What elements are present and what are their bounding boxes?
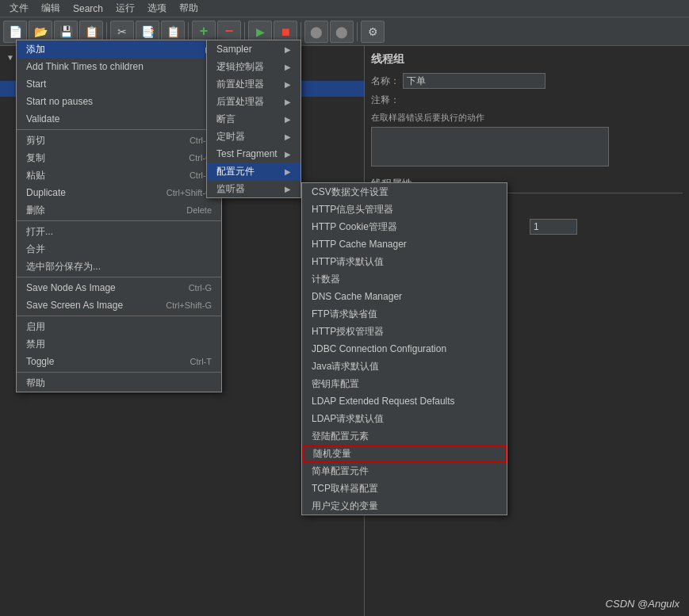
- submenu-add-logic-label: 逻辑控制器: [216, 60, 264, 74]
- submenu-add-post[interactable]: 后置处理器 ▶: [207, 93, 300, 110]
- menu-item-paste[interactable]: 粘贴 Ctrl-V: [17, 166, 221, 184]
- submenu-add-assert-label: 断言: [216, 113, 235, 126]
- config-login[interactable]: 登陆配置元素: [302, 427, 507, 445]
- submenu-add-testfragment-arrow: ▶: [285, 150, 291, 159]
- menu-item-saveas-label: 选中部分保存为...: [26, 260, 101, 274]
- menu-item-startnopause-label: Start no pauses: [26, 96, 93, 107]
- menu-item-savenodeasimage-label: Save Node As Image: [26, 282, 116, 293]
- config-ldap-defaults-label: LDAP请求默认值: [312, 412, 384, 426]
- submenu-add-logic[interactable]: 逻辑控制器 ▶: [207, 58, 300, 75]
- config-dns-cache-label: DNS Cache Manager: [312, 291, 402, 302]
- submenu-add-pre[interactable]: 前置处理器 ▶: [207, 75, 300, 93]
- submenu-add: Sampler ▶ 逻辑控制器 ▶ 前置处理器 ▶ 后置处理器 ▶ 断言 ▶ 定…: [206, 40, 301, 198]
- config-http-cache[interactable]: HTTP Cache Manager: [302, 235, 507, 253]
- config-keystore-label: 密钥库配置: [312, 377, 359, 391]
- menu-item-duplicate[interactable]: Duplicate Ctrl+Shift-C: [17, 184, 221, 201]
- config-http-auth-label: HTTP授权管理器: [312, 325, 384, 339]
- menu-item-validate-label: Validate: [26, 113, 59, 124]
- config-ftp-defaults[interactable]: FTP请求缺省值: [302, 305, 507, 323]
- context-menu-main: 添加 ▶ Add Think Times to children Start S…: [16, 40, 222, 392]
- config-csv-label: CSV数据文件设置: [312, 186, 389, 199]
- menu-item-addthink[interactable]: Add Think Times to children: [17, 58, 221, 75]
- menu-item-toggle-shortcut: Ctrl-T: [190, 357, 212, 366]
- context-menu-overlay: 添加 ▶ Add Think Times to children Start S…: [0, 0, 689, 616]
- submenu-add-listener-arrow: ▶: [285, 185, 291, 193]
- menu-item-duplicate-label: Duplicate: [26, 187, 66, 198]
- menu-item-merge-label: 合并: [26, 243, 45, 256]
- config-random-var-label: 随机变量: [313, 447, 351, 461]
- submenu-add-post-label: 后置处理器: [216, 95, 264, 109]
- config-jdbc[interactable]: JDBC Connection Configuration: [302, 340, 507, 358]
- config-ldap-defaults[interactable]: LDAP请求默认值: [302, 410, 507, 427]
- menu-item-add[interactable]: 添加 ▶: [17, 40, 221, 58]
- config-java-defaults[interactable]: Java请求默认值: [302, 358, 507, 375]
- submenu-add-pre-arrow: ▶: [285, 80, 291, 89]
- menu-item-start[interactable]: Start: [17, 75, 221, 93]
- menu-sep3: [17, 277, 221, 277]
- menu-item-delete[interactable]: 删除 Delete: [17, 201, 221, 219]
- submenu-config: CSV数据文件设置 HTTP信息头管理器 HTTP Cookie管理器 HTTP…: [301, 182, 507, 515]
- menu-item-enable-label: 启用: [26, 320, 45, 334]
- menu-item-disable[interactable]: 禁用: [17, 335, 221, 353]
- menu-item-savenodeasimage[interactable]: Save Node As Image Ctrl-G: [17, 279, 221, 297]
- config-csv[interactable]: CSV数据文件设置: [302, 183, 507, 201]
- submenu-add-config-label: 配置元件: [216, 165, 255, 178]
- config-ldap-extended-label: LDAP Extended Request Defaults: [312, 396, 455, 407]
- config-dns-cache[interactable]: DNS Cache Manager: [302, 288, 507, 305]
- menu-item-cut[interactable]: 剪切 Ctrl-X: [17, 132, 221, 149]
- menu-item-start-label: Start: [26, 78, 46, 90]
- config-ldap-extended[interactable]: LDAP Extended Request Defaults: [302, 392, 507, 410]
- config-random-var[interactable]: 随机变量: [302, 445, 507, 462]
- menu-item-saveas[interactable]: 选中部分保存为...: [17, 258, 221, 275]
- config-http-header[interactable]: HTTP信息头管理器: [302, 201, 507, 218]
- menu-item-add-label: 添加: [26, 43, 45, 56]
- config-http-auth[interactable]: HTTP授权管理器: [302, 323, 507, 340]
- config-user-vars[interactable]: 用户定义的变量: [302, 497, 507, 515]
- menu-sep2: [17, 220, 221, 221]
- menu-item-validate[interactable]: Validate: [17, 110, 221, 128]
- submenu-add-testfragment-label: Test Fragment: [216, 148, 278, 159]
- menu-item-savescreenasimage[interactable]: Save Screen As Image Ctrl+Shift-G: [17, 297, 221, 314]
- config-java-defaults-label: Java请求默认值: [312, 360, 379, 373]
- menu-item-help[interactable]: 帮助: [17, 374, 221, 392]
- menu-item-merge[interactable]: 合并: [17, 240, 221, 258]
- menu-item-toggle-label: Toggle: [26, 356, 54, 367]
- menu-item-toggle[interactable]: Toggle Ctrl-T: [17, 353, 221, 370]
- config-http-header-label: HTTP信息头管理器: [312, 203, 393, 216]
- submenu-add-testfragment[interactable]: Test Fragment ▶: [207, 145, 300, 163]
- config-http-defaults[interactable]: HTTP请求默认值: [302, 253, 507, 270]
- submenu-add-sampler-label: Sampler: [216, 44, 252, 55]
- menu-sep4: [17, 316, 221, 316]
- submenu-add-timer-arrow: ▶: [285, 132, 291, 141]
- menu-item-enable[interactable]: 启用: [17, 318, 221, 335]
- menu-item-startnopause[interactable]: Start no pauses: [17, 93, 221, 110]
- menu-item-cut-label: 剪切: [26, 134, 45, 147]
- menu-item-copy[interactable]: 复制 Ctrl-C: [17, 149, 221, 166]
- config-http-cookie-label: HTTP Cookie管理器: [312, 220, 397, 234]
- config-simple[interactable]: 简单配置元件: [302, 462, 507, 480]
- config-http-cookie[interactable]: HTTP Cookie管理器: [302, 218, 507, 235]
- submenu-add-assert[interactable]: 断言 ▶: [207, 110, 300, 128]
- menu-item-addthink-label: Add Think Times to children: [26, 61, 144, 72]
- submenu-add-post-arrow: ▶: [285, 98, 291, 106]
- menu-item-disable-label: 禁用: [26, 338, 45, 351]
- submenu-add-config[interactable]: 配置元件 ▶: [207, 163, 300, 180]
- menu-item-delete-label: 删除: [26, 204, 45, 217]
- submenu-add-timer-label: 定时器: [216, 130, 245, 143]
- menu-item-open[interactable]: 打开...: [17, 223, 221, 240]
- submenu-add-sampler-arrow: ▶: [285, 45, 291, 54]
- config-counter[interactable]: 计数器: [302, 270, 507, 288]
- config-tcp-sampler-label: TCP取样器配置: [312, 482, 378, 495]
- submenu-add-sampler[interactable]: Sampler ▶: [207, 40, 300, 58]
- config-tcp-sampler[interactable]: TCP取样器配置: [302, 480, 507, 497]
- submenu-add-listener[interactable]: 监听器 ▶: [207, 180, 300, 197]
- submenu-add-logic-arrow: ▶: [285, 63, 291, 71]
- menu-item-delete-shortcut: Delete: [186, 205, 212, 215]
- config-keystore[interactable]: 密钥库配置: [302, 375, 507, 392]
- submenu-add-timer[interactable]: 定时器 ▶: [207, 128, 300, 145]
- menu-item-savescreenasimage-shortcut: Ctrl+Shift-G: [166, 300, 212, 310]
- config-simple-label: 简单配置元件: [312, 465, 369, 478]
- menu-item-savescreenasimage-label: Save Screen As Image: [26, 300, 123, 311]
- config-login-label: 登陆配置元素: [312, 430, 369, 443]
- menu-sep1: [17, 129, 221, 130]
